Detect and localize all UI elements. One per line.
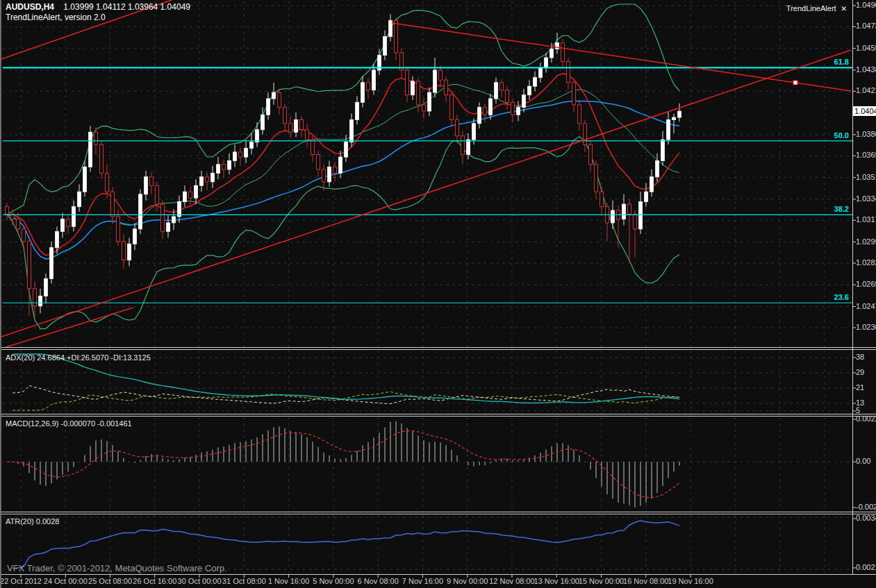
adx-indicator-label: ADX(20) 24.6864 +DI:26.5070 -DI:13.3125 bbox=[6, 353, 151, 362]
price-axis-label: 1.03340 bbox=[856, 194, 876, 203]
time-axis-label: 30 Oct 00:00 bbox=[178, 577, 222, 585]
time-axis-label: 25 Oct 08:00 bbox=[88, 577, 132, 585]
adx-axis-label: 38 bbox=[856, 353, 864, 361]
time-axis-label: 7 Nov 16:00 bbox=[402, 577, 443, 585]
atr-indicator-label: ATR(20) 0.0028 bbox=[6, 517, 59, 526]
macd-axis-label: -0.00270 bbox=[856, 503, 876, 511]
adx-axis-label: 29 bbox=[856, 368, 864, 376]
time-axis-border bbox=[1, 574, 876, 575]
price-axis-label: 1.03690 bbox=[856, 151, 876, 159]
macd-indicator-label: MACD(12,26,9) -0.000070 -0.001461 bbox=[6, 419, 132, 428]
current-price-tag: 1.04049 bbox=[853, 106, 876, 116]
adx-axis-label: 21 bbox=[856, 383, 864, 392]
time-axis-label: 12 Nov 08:00 bbox=[489, 577, 534, 585]
time-axis-label: 5 Nov 00:00 bbox=[313, 577, 354, 585]
trendline[interactable] bbox=[1, 50, 851, 337]
indicator-caption: TrendLineAlert, version 2.0 bbox=[6, 12, 190, 23]
price-axis-label: 1.03170 bbox=[856, 215, 876, 224]
price-axis-label: 1.04210 bbox=[856, 86, 876, 94]
time-axis-label: 19 Nov 16:00 bbox=[668, 577, 713, 585]
macd-axis-label: 0.00 bbox=[856, 457, 870, 465]
panel-separator[interactable] bbox=[1, 347, 876, 350]
fib-level-label: 23.6 bbox=[807, 293, 849, 301]
time-axis-label: 22 Oct 2012 bbox=[0, 577, 42, 585]
panel-separator[interactable] bbox=[1, 512, 876, 514]
price-axis-label: 1.04380 bbox=[856, 65, 876, 74]
fib-level-label: 50.0 bbox=[807, 131, 849, 140]
time-axis-label: 26 Oct 16:00 bbox=[133, 577, 176, 585]
price-axis-label: 1.02825 bbox=[856, 258, 876, 267]
ohlc-values-label: 1.03999 1.04112 1.03964 1.04049 bbox=[63, 2, 190, 12]
chart-title: AUDUSD,H4 1.03999 1.04112 1.03964 1.0404… bbox=[6, 2, 190, 23]
trendline-alert-label: TrendLineAlert bbox=[786, 4, 836, 12]
macd-axis-label: 0.00229 bbox=[856, 414, 876, 423]
atr-axis-label: 0.0021 bbox=[856, 563, 876, 571]
price-axis-label: 1.02995 bbox=[856, 237, 876, 246]
atr-axis-label: 0.0034 bbox=[856, 514, 876, 522]
time-axis-label: 24 Oct 00:00 bbox=[44, 577, 88, 585]
fib-level-label: 61.8 bbox=[807, 58, 849, 66]
time-axis-label: 16 Nov 08:00 bbox=[623, 577, 668, 585]
price-axis-label: 1.04555 bbox=[856, 44, 876, 52]
main-chart-canvas[interactable] bbox=[1, 0, 876, 588]
trendline-point-marker[interactable] bbox=[793, 81, 798, 85]
price-axis-border bbox=[852, 0, 853, 574]
time-axis-label: 13 Nov 16:00 bbox=[534, 577, 579, 585]
price-axis-label: 1.03515 bbox=[856, 173, 876, 181]
price-axis-label: 1.04900 bbox=[856, 1, 876, 9]
close-icon[interactable]: ✕ bbox=[841, 5, 847, 12]
time-axis-label: 9 Nov 00:00 bbox=[447, 577, 488, 585]
time-axis-label: 1 Nov 16:00 bbox=[268, 577, 309, 585]
mt4-chart-window: AUDUSD,H4 1.03999 1.04112 1.03964 1.0404… bbox=[0, 0, 876, 588]
symbol-period-label: AUDUSD,H4 bbox=[6, 2, 54, 12]
trendline[interactable] bbox=[392, 23, 851, 91]
price-axis-label: 1.03860 bbox=[856, 130, 876, 138]
trendline-alert-widget: TrendLineAlert ✕ bbox=[786, 4, 847, 12]
price-axis-label: 1.02305 bbox=[856, 323, 876, 331]
adx-axis-label: 5 bbox=[856, 406, 860, 414]
platform-watermark: VFX Trader, © 2001-2012, MetaQuotes Soft… bbox=[7, 563, 227, 573]
price-axis-label: 1.02475 bbox=[856, 302, 876, 310]
time-axis-label: 31 Oct 08:00 bbox=[222, 577, 266, 585]
fib-level-label: 38.2 bbox=[807, 205, 849, 213]
time-axis-label: 15 Nov 00:00 bbox=[579, 577, 624, 585]
panel-separator[interactable] bbox=[1, 414, 876, 417]
price-axis-label: 1.04730 bbox=[856, 22, 876, 30]
time-axis-label: 6 Nov 08:00 bbox=[357, 577, 398, 585]
price-axis-label: 1.02650 bbox=[856, 280, 876, 288]
